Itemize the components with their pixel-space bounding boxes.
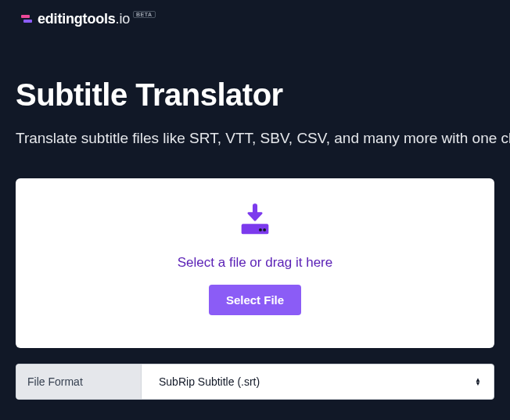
svg-rect-1: [23, 20, 32, 23]
select-sort-icon: ▲▼: [475, 378, 481, 386]
upload-area: Select a file or drag it here Select Fil…: [0, 147, 510, 348]
brand-name-suffix: .io: [116, 11, 130, 27]
brand-logo-link[interactable]: editingtools.io BETA: [20, 11, 156, 27]
brand-name: editingtools.io: [38, 11, 130, 27]
download-icon: [235, 200, 275, 244]
file-format-label: File Format: [16, 364, 142, 399]
svg-point-2: [259, 228, 262, 232]
upload-prompt: Select a file or drag it here: [178, 255, 332, 271]
header-bar: editingtools.io BETA: [0, 0, 510, 35]
page-title: Subtitle Translator: [0, 35, 510, 113]
brand-name-bold: editingtools: [38, 11, 116, 27]
file-format-select[interactable]: SubRip Subtitle (.srt) ▲▼: [142, 364, 494, 399]
page-subtitle: Translate subtitle files like SRT, VTT, …: [0, 113, 510, 147]
upload-dropzone[interactable]: Select a file or drag it here Select Fil…: [16, 178, 494, 348]
file-format-selected: SubRip Subtitle (.srt): [159, 375, 260, 388]
svg-rect-0: [21, 15, 30, 18]
select-file-button[interactable]: Select File: [209, 285, 301, 315]
file-format-row: File Format SubRip Subtitle (.srt) ▲▼: [16, 364, 494, 400]
brand-mark-icon: [20, 13, 33, 26]
beta-badge: BETA: [133, 11, 156, 18]
svg-point-3: [263, 228, 266, 232]
